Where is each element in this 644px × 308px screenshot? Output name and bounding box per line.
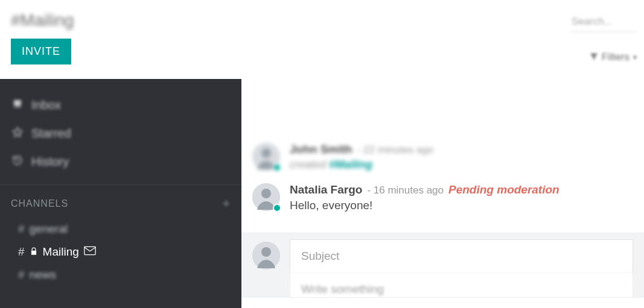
channel-item-general[interactable]: #general: [11, 218, 231, 240]
nav-label: Inbox: [31, 98, 61, 112]
avatar: [252, 242, 280, 269]
message-body: John Smith22 minutes agocreated #Mailing: [290, 143, 633, 171]
moderation-flag: Pending moderation: [448, 183, 560, 196]
svg-point-4: [261, 189, 271, 198]
svg-point-2: [261, 148, 271, 158]
message-row: John Smith22 minutes agocreated #Mailing: [241, 137, 644, 177]
filters-dropdown[interactable]: Filters ▾: [590, 51, 637, 63]
svg-point-6: [261, 247, 271, 257]
body-input[interactable]: [290, 273, 633, 297]
hash-icon: #: [18, 268, 25, 281]
message-author: Natalia Fargo: [290, 183, 362, 196]
channel-list: #general#Mailing#news: [0, 218, 241, 286]
svg-rect-0: [84, 247, 95, 254]
filter-icon: [590, 52, 598, 63]
filters-label: Filters: [602, 51, 630, 63]
message-body: Natalia Fargo16 minutes agoPending moder…: [290, 183, 633, 212]
channel-item-news[interactable]: #news: [11, 263, 231, 286]
nav-inbox[interactable]: Inbox: [8, 91, 233, 119]
nav-label: History: [31, 155, 69, 169]
history-icon: [11, 155, 24, 169]
sidebar-separator: [0, 184, 241, 185]
hash-icon: #: [18, 245, 25, 259]
message-header: Natalia Fargo16 minutes agoPending moder…: [290, 183, 633, 196]
message-timestamp: 22 minutes ago: [357, 144, 433, 156]
nav-label: Starred: [31, 127, 71, 140]
lock-icon: [30, 245, 38, 259]
mail-icon: [84, 245, 96, 259]
channels-header: CHANNELS +: [0, 196, 241, 218]
avatar: [252, 183, 280, 211]
hash-icon: #: [18, 222, 25, 236]
header-bar: #Mailing INVITE Filters ▾: [0, 0, 644, 79]
inbox-icon: [11, 98, 24, 112]
channel-title: #Mailing: [11, 11, 633, 30]
message-timestamp: 16 minutes ago: [367, 184, 444, 196]
message-header: John Smith22 minutes ago: [290, 143, 633, 156]
message-row: Natalia Fargo16 minutes agoPending moder…: [241, 177, 644, 218]
nav-list: Inbox Starred History: [0, 91, 241, 176]
message-text: Hello, everyone!: [290, 199, 633, 212]
composer-row: [241, 233, 644, 298]
channel-label: news: [30, 268, 56, 281]
sidebar: Inbox Starred History CHANNELS + #genera…: [0, 79, 241, 308]
system-message: created #Mailing: [290, 159, 633, 171]
subject-input[interactable]: [290, 240, 633, 273]
channel-label: Mailing: [43, 245, 79, 259]
composer: [290, 239, 633, 298]
invite-button[interactable]: INVITE: [11, 39, 71, 64]
message-pane: John Smith22 minutes agocreated #Mailing…: [241, 79, 644, 308]
avatar: [252, 143, 280, 171]
channel-link[interactable]: #Mailing: [329, 159, 372, 171]
star-icon: [11, 127, 24, 140]
presence-indicator: [273, 204, 281, 212]
caret-down-icon: ▾: [633, 53, 637, 61]
system-action: created: [290, 159, 326, 171]
nav-starred[interactable]: Starred: [8, 119, 233, 148]
add-channel-icon[interactable]: +: [222, 196, 231, 212]
nav-history[interactable]: History: [8, 148, 233, 176]
message-author: John Smith: [290, 143, 352, 156]
channels-header-label: CHANNELS: [11, 198, 68, 209]
channel-label: general: [30, 222, 68, 236]
search-input[interactable]: [570, 12, 637, 32]
presence-indicator: [273, 163, 281, 172]
channel-item-mailing[interactable]: #Mailing: [11, 240, 231, 263]
